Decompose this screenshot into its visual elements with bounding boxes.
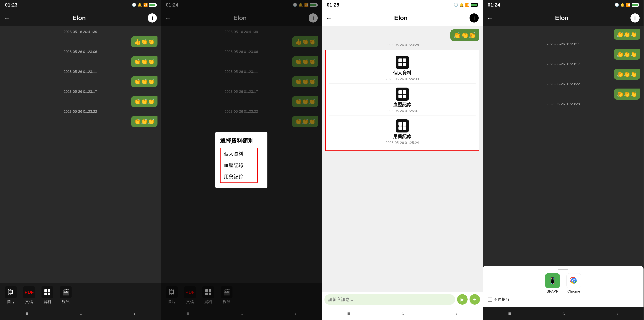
dialog-item-meds[interactable]: 用藥記錄 bbox=[220, 171, 257, 182]
dialog-item-bp[interactable]: 血壓記錄 bbox=[220, 160, 257, 171]
date-sep-4-7: 2023-05-26 01:23:28 bbox=[486, 102, 640, 106]
add-button-3[interactable]: + bbox=[470, 294, 480, 305]
nav-menu-1[interactable]: ≡ bbox=[26, 310, 28, 316]
message-input-3[interactable] bbox=[324, 294, 455, 305]
chat-title-4: Elon bbox=[496, 14, 628, 22]
msg-row: 👏👏👏 bbox=[3, 116, 158, 127]
send-button-3[interactable]: ▶ bbox=[457, 294, 468, 305]
alarm-icon-4: 🕐 bbox=[614, 3, 619, 7]
msg-bubble: 👏👏👏 bbox=[131, 96, 158, 107]
top-bar-4: ← Elon i bbox=[483, 10, 644, 26]
data-label: 資料 bbox=[44, 299, 51, 304]
battery-icon-3 bbox=[471, 3, 478, 7]
back-button-1[interactable]: ← bbox=[4, 14, 10, 22]
no-remind-label: 不再提醒 bbox=[494, 297, 510, 302]
personal-icon bbox=[396, 56, 409, 69]
signal-icon-4: 📶 bbox=[626, 3, 630, 7]
video-icon: 🎬 bbox=[60, 286, 72, 298]
msg-bubble: 👏👏👏 bbox=[131, 116, 158, 127]
nav-back-4[interactable]: ‹ bbox=[616, 310, 618, 316]
bp-icon bbox=[396, 88, 409, 100]
panel-1: 01:23 🕐 🔔 📶 ← Elon i 2023-05-16 20:41:39… bbox=[0, 0, 161, 320]
bp-time: 2023-05-26 01:25:07 bbox=[386, 109, 419, 113]
signal-icon-3: 📶 bbox=[465, 3, 470, 7]
category-dialog: 選擇資料類別 個人資料 血壓記錄 用藥記錄 bbox=[215, 132, 268, 188]
signal-icon: 📶 bbox=[143, 3, 148, 7]
personal-time: 2023-05-26 01:24:39 bbox=[386, 77, 419, 81]
nav-home-1[interactable]: ○ bbox=[80, 310, 82, 316]
card-item-meds[interactable]: 用藥記錄 2023-05-26 01:25:24 bbox=[329, 117, 476, 147]
nav-menu-3[interactable]: ≡ bbox=[347, 310, 350, 316]
dialog-title: 選擇資料類別 bbox=[220, 137, 258, 144]
date-sep: 2023-05-26 01:23:22 bbox=[3, 110, 158, 114]
card-items-section: 個人資料 2023-05-26 01:24:39 血壓記錄 2023-05-26… bbox=[325, 50, 479, 151]
nav-menu-4[interactable]: ≡ bbox=[508, 310, 511, 316]
nav-home-4[interactable]: ○ bbox=[562, 310, 565, 316]
time-4: 01:24 bbox=[488, 2, 500, 8]
status-icons-1: 🕐 🔔 📶 bbox=[132, 3, 156, 7]
nav-bar-3: ≡ ○ ‹ bbox=[322, 307, 482, 320]
chat-title-1: Elon bbox=[13, 14, 145, 22]
panel-4: 01:24 🕐 🔔 📶 ← Elon i 👏👏👏 2023-05-26 01:2… bbox=[483, 0, 644, 320]
back-button-3[interactable]: ← bbox=[326, 14, 332, 22]
greeting-bubble: 👏👏👏 bbox=[450, 30, 479, 41]
bpapp-label: BPAPP bbox=[547, 289, 558, 294]
toolbar-icons-1: 🖼 圖片 PDF 文檔 資料 🎬 視訊 bbox=[5, 286, 156, 304]
msg-row: 👏👏👏 bbox=[3, 76, 158, 87]
toolbar-item-video[interactable]: 🎬 視訊 bbox=[60, 286, 72, 304]
pdf-icon: PDF bbox=[23, 286, 35, 298]
date-sep: 2023-05-16 20:41:39 bbox=[3, 30, 158, 34]
dialog-item-personal[interactable]: 個人資料 bbox=[220, 148, 257, 160]
toolbar-item-image[interactable]: 🖼 圖片 bbox=[5, 286, 17, 304]
nav-bar-1: ≡ ○ ‹ bbox=[0, 307, 161, 320]
bell-icon-4: 🔔 bbox=[620, 3, 625, 7]
date-sep-4-5: 2023-05-26 01:23:22 bbox=[486, 82, 640, 86]
back-button-4[interactable]: ← bbox=[487, 14, 493, 22]
nav-back-1[interactable]: ‹ bbox=[134, 310, 135, 316]
nav-back-3[interactable]: ‹ bbox=[455, 310, 457, 316]
share-app-chrome[interactable]: Chrome bbox=[566, 273, 581, 294]
date-sep: 2023-05-26 01:23:11 bbox=[3, 70, 158, 74]
panel-3: 01:25 🕐 🔔 📶 ← Elon i 👏👏👏 2023-05-26 01:2… bbox=[322, 0, 483, 320]
bell-icon-3: 🔔 bbox=[460, 3, 464, 7]
video-label: 視訊 bbox=[62, 299, 70, 304]
share-sheet: 📱 BPAPP bbox=[483, 266, 644, 307]
personal-label: 個人資料 bbox=[393, 70, 411, 76]
panel-2: 01:24 🕐 🔔 📶 ← Elon i 2023-05-16 20:41:39… bbox=[161, 0, 322, 320]
info-button-1[interactable]: i bbox=[148, 14, 157, 22]
msg-row: 👏👏👏 bbox=[3, 96, 158, 107]
share-handle bbox=[558, 269, 568, 270]
date-sep: 2023-05-26 01:23:17 bbox=[3, 90, 158, 94]
msg-bubble-4-4: 👏👏👏 bbox=[614, 68, 640, 80]
chrome-label: Chrome bbox=[568, 289, 580, 294]
card-item-personal[interactable]: 個人資料 2023-05-26 01:24:39 bbox=[329, 54, 476, 84]
bottom-toolbar-1: 🖼 圖片 PDF 文檔 資料 🎬 視訊 bbox=[0, 283, 161, 307]
meds-time: 2023-05-26 01:25:24 bbox=[386, 141, 419, 145]
time-3: 01:25 bbox=[327, 2, 339, 8]
date-sep-4-3: 2023-05-26 01:23:17 bbox=[486, 62, 640, 66]
status-bar-1: 01:23 🕐 🔔 📶 bbox=[0, 0, 161, 10]
meds-icon bbox=[396, 120, 409, 132]
msg-row: 👏👏👏 bbox=[3, 56, 158, 67]
top-bar-1: ← Elon i bbox=[0, 10, 161, 26]
no-remind-checkbox[interactable] bbox=[488, 297, 492, 302]
card-item-bp[interactable]: 血壓記錄 2023-05-26 01:25:07 bbox=[329, 85, 476, 116]
bp-label: 血壓記錄 bbox=[393, 102, 411, 108]
info-button-3[interactable]: i bbox=[470, 14, 479, 22]
battery-icon-4 bbox=[632, 3, 638, 7]
info-button-4[interactable]: i bbox=[630, 14, 640, 22]
status-bar-4: 01:24 🕐 🔔 📶 bbox=[483, 0, 644, 10]
nav-bar-4: ≡ ○ ‹ bbox=[483, 307, 644, 320]
share-app-bpapp[interactable]: 📱 BPAPP bbox=[545, 273, 560, 294]
share-apps-row: 📱 BPAPP bbox=[488, 273, 638, 294]
bell-icon: 🔔 bbox=[138, 3, 142, 7]
chrome-icon bbox=[566, 273, 581, 288]
toolbar-item-pdf[interactable]: PDF 文檔 bbox=[23, 286, 35, 304]
toolbar-item-data[interactable]: 資料 bbox=[42, 286, 53, 304]
no-remind-row: 不再提醒 bbox=[488, 297, 638, 302]
nav-home-3[interactable]: ○ bbox=[401, 310, 404, 316]
bpapp-icon: 📱 bbox=[545, 273, 560, 288]
msg-bubble: 👏👏👏 bbox=[131, 56, 158, 67]
meds-label: 用藥記錄 bbox=[393, 134, 411, 140]
data-icon bbox=[42, 286, 53, 298]
